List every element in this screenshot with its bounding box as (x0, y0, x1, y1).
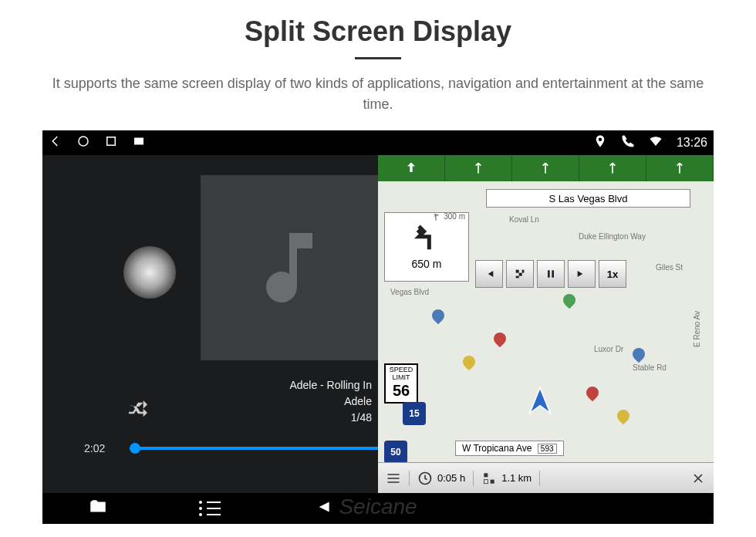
turn-left-icon (411, 224, 442, 255)
title-underline (355, 57, 401, 59)
poi-marker[interactable] (491, 330, 509, 348)
nav-close-button[interactable] (683, 471, 714, 486)
svg-rect-1 (107, 137, 116, 146)
svg-rect-6 (522, 270, 525, 273)
route-shield-secondary: 50 (384, 441, 407, 464)
shuffle-icon[interactable] (126, 397, 150, 425)
location-icon (593, 134, 607, 151)
lane-icon (646, 155, 714, 181)
recent-icon[interactable] (104, 134, 118, 151)
poi-marker[interactable] (430, 307, 447, 325)
lane-icon (512, 155, 579, 181)
svg-point-0 (79, 137, 88, 146)
seek-bar[interactable] (135, 447, 378, 450)
svg-rect-5 (516, 276, 519, 279)
back-icon[interactable] (49, 134, 62, 151)
svg-rect-3 (516, 270, 519, 273)
current-location-arrow (525, 385, 555, 419)
clock: 13:26 (677, 136, 707, 150)
next-turn: 300 m (430, 211, 465, 222)
pause-button[interactable] (537, 260, 565, 288)
svg-rect-11 (491, 479, 494, 483)
lane-icon (378, 155, 445, 181)
svg-rect-2 (134, 138, 143, 145)
track-index: 1/48 (289, 410, 372, 426)
svg-rect-7 (548, 270, 550, 277)
track-artist: Adele (289, 393, 372, 410)
poi-marker[interactable] (630, 346, 648, 363)
svg-rect-4 (519, 273, 522, 276)
poi-marker[interactable] (461, 353, 478, 371)
lane-icon (445, 155, 512, 181)
picture-icon[interactable] (132, 134, 146, 151)
music-bottom-bar (42, 493, 378, 524)
track-info: Adele - Rolling In Adele 1/48 (289, 377, 372, 426)
svg-rect-10 (484, 473, 488, 477)
record-button[interactable] (123, 246, 176, 299)
menu-button[interactable] (378, 471, 410, 486)
distance-panel: 1.1 km (474, 471, 540, 486)
speed-limit-label: SPEED LIMIT (386, 366, 417, 382)
device-frame: 13:26 Adele - Rolling In Adele 1/48 2:02 (42, 130, 714, 524)
prev-button[interactable] (312, 497, 332, 520)
map-label: Koval Ln (509, 215, 539, 224)
map-label: E Reno Av (693, 311, 701, 347)
map-label: Vegas Blvd (390, 288, 429, 296)
navigation-app: S Las Vegas Blvd 300 m 650 m 1x SPEED LI… (378, 155, 714, 493)
track-title: Adele - Rolling In (289, 377, 372, 393)
album-art (201, 175, 378, 360)
music-app: Adele - Rolling In Adele 1/48 2:02 (42, 155, 378, 493)
playlist-icon[interactable] (199, 501, 221, 516)
phone-icon (621, 134, 635, 151)
turn-instruction: 300 m 650 m (384, 212, 469, 282)
map-label: Stable Rd (633, 363, 667, 372)
lane-icon (579, 155, 646, 181)
map-label: Giles St (656, 263, 683, 272)
music-note-icon (243, 206, 336, 329)
prev-track-button[interactable] (475, 260, 503, 288)
elapsed-time: 2:02 (84, 442, 105, 454)
flag-button[interactable] (506, 260, 534, 288)
street-top: S Las Vegas Blvd (486, 189, 690, 208)
map-label: Duke Ellington Way (579, 232, 646, 241)
home-icon[interactable] (76, 134, 90, 151)
eta-panel: 0:05 h (410, 471, 474, 486)
speed-limit-sign: SPEED LIMIT 56 (384, 363, 418, 404)
poi-marker[interactable] (561, 292, 579, 309)
street-bottom: W Tropicana Ave 593 (455, 441, 564, 456)
next-track-button[interactable] (568, 260, 596, 288)
split-container: Adele - Rolling In Adele 1/48 2:02 S Las… (42, 155, 714, 493)
speed-button[interactable]: 1x (599, 260, 626, 288)
route-shield-primary: 15 (403, 402, 426, 425)
speed-limit-value: 56 (386, 382, 417, 399)
page-title: Split Screen Display (0, 15, 756, 48)
nav-playback-controls: 1x (475, 260, 626, 288)
nav-bottom-bar: 0:05 h 1.1 km (378, 462, 714, 493)
poi-marker[interactable] (615, 407, 633, 425)
svg-rect-12 (484, 479, 488, 483)
map-label: Luxor Dr (594, 345, 623, 353)
status-bar: 13:26 (42, 130, 714, 155)
folder-icon[interactable] (88, 497, 108, 520)
poi-marker[interactable] (584, 384, 602, 402)
svg-rect-8 (552, 270, 554, 277)
wifi-icon (649, 134, 663, 151)
turn-distance: 650 m (412, 258, 442, 270)
page-description: It supports the same screen display of t… (39, 73, 717, 115)
nav-lane-bar (378, 155, 714, 181)
